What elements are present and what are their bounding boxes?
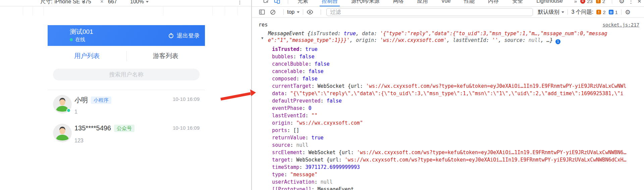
toolbar-divider <box>303 9 303 15</box>
app-tab-guests[interactable]: 游客列表 <box>126 46 205 66</box>
eye-icon[interactable] <box>307 9 313 15</box>
console-token: MessageEvent { <box>268 30 310 37</box>
devtools-tab-性能[interactable]: 性能 <box>462 0 477 7</box>
device-emulation-toolbar: 尺寸: iPhone SE 375 × 667 100% ⋮ <box>0 0 251 6</box>
zoom-selector[interactable]: 100% <box>130 0 149 6</box>
message-time: 10-10 16:09 <box>173 125 200 131</box>
settings-gear-icon[interactable]: ⚙ <box>619 0 625 4</box>
viewport-width-value[interactable]: 375 <box>82 0 91 6</box>
property-key: target <box>272 157 290 163</box>
tabbar-right-cluster: ✕ 23 ! 2 ⚙ ⋮ ✕ <box>580 0 644 4</box>
ruler-tick <box>225 6 225 15</box>
issues-message-badge: ▤ 1 <box>609 9 618 15</box>
console-token: , <box>356 30 362 37</box>
ruler-tick <box>237 6 238 15</box>
devtools-tab-应用[interactable]: 应用 <box>415 0 430 7</box>
console-token: : <box>302 105 308 111</box>
context-selector[interactable]: top <box>287 9 300 15</box>
devtools-tab-Lighthouse[interactable]: Lighthouse <box>534 0 565 7</box>
logout-button[interactable]: 退出登录 <box>168 32 200 40</box>
warning-icon: ! <box>596 10 601 14</box>
tab-divider <box>126 51 127 61</box>
console-token: : <box>299 164 305 170</box>
console-token: WebSocket {url: <box>296 157 345 163</box>
user-list: 小明小程序110-10 16:09135****5496公众号12310-10 … <box>48 90 205 151</box>
console-settings-gear-icon[interactable]: ⚙ <box>625 9 631 15</box>
console-property-row: composed: false <box>272 75 639 82</box>
ruler-tick <box>212 6 213 15</box>
console-token: , …} <box>541 37 553 43</box>
devtools-tab-源代码/来源[interactable]: 源代码/来源 <box>349 0 381 7</box>
inspect-icon[interactable] <box>263 0 270 4</box>
collapse-expander-icon[interactable]: ▼ <box>261 35 263 42</box>
user-row[interactable]: 135****5496公众号12310-10 16:09 <box>48 122 205 151</box>
devtools-tab-控制台[interactable]: 控制台 <box>320 0 340 7</box>
log-level-selector[interactable]: 默认级别 <box>538 9 564 16</box>
console-token: false <box>327 98 342 104</box>
console-token: : <box>374 30 380 37</box>
console-token: : <box>302 149 308 155</box>
error-count-badge[interactable]: ✕ 23 <box>580 0 593 4</box>
console-property-row: returnValue: true <box>272 134 639 141</box>
devtools-tabs: 元素控制台源代码/来源网络应用Vue性能内存安全Lighthouse <box>296 0 574 7</box>
console-token: : <box>293 54 299 60</box>
console-token: null <box>321 179 333 185</box>
console-property-row: data: "{\"type\":\"reply\",\"data\":{\"t… <box>272 90 639 97</box>
online-status-label: 在线 <box>75 37 85 43</box>
devtools-menu-icon[interactable]: ⋮ <box>628 0 634 4</box>
console-entry: res socket.js:217 ▼ MessageEvent {isTrus… <box>252 18 644 190</box>
info-icon[interactable]: i <box>555 39 560 44</box>
console-sidebar-icon[interactable] <box>259 9 265 15</box>
devtools-tabbar: 元素控制台源代码/来源网络应用Vue性能内存安全Lighthouse » ✕ 2… <box>252 0 644 7</box>
toolbar-divider <box>612 0 612 4</box>
warning-count-badge[interactable]: ! 2 <box>596 0 605 4</box>
console-token: : <box>486 37 492 43</box>
more-tabs-icon[interactable]: » <box>574 0 577 4</box>
viewport-height-value[interactable]: 667 <box>108 0 117 6</box>
console-token: : <box>338 30 344 37</box>
property-key: returnValue <box>272 135 305 141</box>
device-selector[interactable]: 尺寸: iPhone SE <box>40 0 85 6</box>
device-size-label: 尺寸: <box>40 0 52 5</box>
console-token: "ws://wx.cxyxsoft.com" <box>296 120 363 126</box>
property-key: lastEventId <box>272 113 305 119</box>
power-icon <box>168 33 174 39</box>
browser-pane: 尺寸: iPhone SE 375 × 667 100% ⋮ 测试0 <box>0 0 252 190</box>
object-preview-line2: e":"1","message_type":1}}}', origin: 'ws… <box>268 37 639 44</box>
devtools-tab-元素[interactable]: 元素 <box>296 0 310 7</box>
ruler-tick <box>33 6 33 15</box>
last-message: 1 <box>74 109 77 115</box>
issues-counter[interactable]: 3 个问题: ! 2 ▤ 1 <box>571 9 618 16</box>
chevron-down-icon <box>561 11 564 13</box>
source-link[interactable]: socket.js:217 <box>602 22 639 27</box>
search-area <box>48 66 205 80</box>
user-row[interactable]: 小明小程序110-10 16:09 <box>48 93 205 122</box>
issues-warning-count: 2 <box>603 9 605 15</box>
devtools-tab-安全[interactable]: 安全 <box>510 0 525 7</box>
console-property-row: eventPhase: 0 <box>272 105 639 112</box>
console-token: "" <box>311 113 317 119</box>
app-tab-users[interactable]: 用户列表 <box>48 46 126 66</box>
devtools-tab-网络[interactable]: 网络 <box>391 0 406 7</box>
search-box <box>53 69 200 80</box>
console-filter-input[interactable] <box>326 8 533 16</box>
console-property-row: ▶currentTarget: WebSocket {url: 'ws://wx… <box>272 82 639 90</box>
devtools-tab-Vue[interactable]: Vue <box>439 0 452 7</box>
console-token: : <box>299 46 305 52</box>
device-toolbar-menu-icon[interactable]: ⋮ <box>237 0 243 6</box>
console-token: : <box>523 37 529 43</box>
user-source-badge: 小程序 <box>91 97 111 104</box>
clear-console-icon[interactable] <box>269 9 276 15</box>
online-dot <box>70 38 73 41</box>
console-token: lastEventId <box>453 37 486 43</box>
console-token: : <box>314 179 320 185</box>
console-property-row: userActivation: null <box>272 178 639 186</box>
console-token: 'ws://wx.cxyxsoft.com/ws?type=kefu&token… <box>345 157 627 163</box>
object-preview-line1: MessageEvent {isTrusted: true, data: '{"… <box>268 30 639 37</box>
context-value: top <box>287 9 294 15</box>
search-input[interactable] <box>53 71 200 78</box>
devtools-tab-内存[interactable]: 内存 <box>486 0 501 7</box>
toolbar-divider <box>621 9 622 15</box>
close-icon[interactable]: ✕ <box>637 0 642 4</box>
device-toolbar-icon[interactable] <box>274 0 280 4</box>
